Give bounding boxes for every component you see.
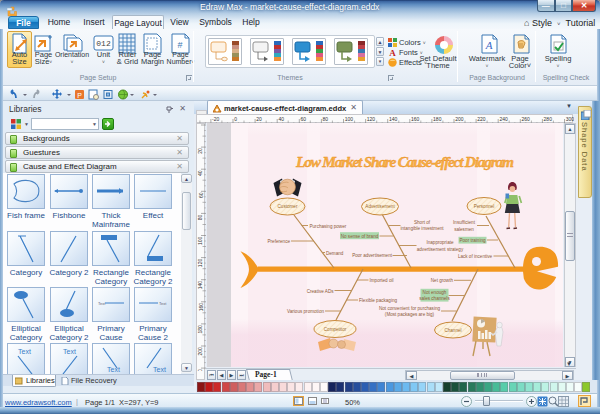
svg-text:Poor advertisement: Poor advertisement	[352, 253, 393, 258]
svg-text:Demand: Demand	[326, 251, 344, 256]
svg-text:A: A	[389, 48, 396, 57]
svg-text:Inappropriate: Inappropriate	[426, 240, 454, 245]
svg-text:260: 260	[522, 116, 531, 122]
svg-text:Poor training: Poor training	[459, 238, 485, 243]
svg-text:A: A	[485, 39, 493, 51]
svg-text:Text: Text	[153, 366, 166, 373]
svg-text:100: 100	[198, 236, 204, 245]
svg-text:#: #	[177, 40, 182, 50]
svg-text:Text: Text	[159, 301, 167, 306]
svg-text:0: 0	[234, 116, 237, 122]
svg-text:40: 40	[198, 170, 204, 176]
svg-text:60: 60	[198, 192, 204, 198]
svg-text:20: 20	[198, 148, 204, 154]
svg-text:Text: Text	[98, 301, 106, 306]
svg-text:sales channels: sales channels	[419, 296, 450, 301]
svg-text:Text: Text	[18, 348, 31, 355]
svg-text:280: 280	[544, 116, 553, 122]
svg-text:Low Market Share Cause-effect: Low Market Share Cause-effect Diagram	[295, 153, 514, 170]
svg-text:20: 20	[256, 116, 262, 122]
svg-text:140: 140	[198, 281, 204, 290]
svg-text:Text: Text	[63, 348, 76, 355]
svg-text:160: 160	[411, 116, 420, 122]
svg-text:180: 180	[433, 116, 442, 122]
svg-text:80: 80	[323, 116, 329, 122]
svg-text:Creative ADs: Creative ADs	[307, 289, 335, 294]
svg-text:Various promotion: Various promotion	[287, 309, 324, 314]
svg-text:Advertisement: Advertisement	[365, 204, 395, 209]
svg-text:40: 40	[278, 116, 284, 122]
svg-text:200: 200	[455, 116, 464, 122]
svg-text:240: 240	[499, 116, 508, 122]
svg-text:Customer: Customer	[278, 204, 298, 209]
svg-text:60: 60	[301, 116, 307, 122]
svg-text:80: 80	[198, 214, 204, 220]
svg-text:300: 300	[566, 116, 574, 122]
svg-text:intangible investment: intangible investment	[400, 226, 444, 231]
svg-text:Preference: Preference	[268, 239, 291, 244]
svg-text:Purchasing power: Purchasing power	[310, 224, 347, 229]
svg-text:180: 180	[198, 325, 204, 334]
svg-text:Lack of incentive: Lack of incentive	[458, 254, 493, 259]
svg-text:Channel: Channel	[444, 328, 461, 333]
svg-text:(Most packages are big): (Most packages are big)	[385, 312, 435, 317]
svg-text:Personnel: Personnel	[474, 204, 495, 209]
svg-text:220: 220	[477, 116, 486, 122]
svg-text:salesmen: salesmen	[454, 227, 474, 232]
svg-text:Short of: Short of	[414, 220, 431, 225]
svg-text:advertisement strategy: advertisement strategy	[417, 247, 464, 252]
svg-text:Competitor: Competitor	[324, 327, 347, 332]
svg-text:Imported oil: Imported oil	[370, 278, 394, 283]
svg-text:120: 120	[367, 116, 376, 122]
svg-text:200: 200	[198, 347, 204, 356]
svg-text:No sense of brand: No sense of brand	[341, 234, 379, 239]
svg-text:220: 220	[198, 369, 204, 371]
svg-text:Text: Text	[107, 366, 120, 373]
svg-text:Insufficient: Insufficient	[453, 220, 476, 225]
svg-text:Not enough: Not enough	[423, 290, 447, 295]
svg-text:100: 100	[345, 116, 354, 122]
svg-text:160: 160	[198, 303, 204, 312]
svg-text:Not convenient for purchasing: Not convenient for purchasing	[379, 306, 440, 311]
svg-text:120: 120	[198, 259, 204, 268]
svg-text:140: 140	[389, 116, 398, 122]
svg-text:Net growth: Net growth	[431, 278, 454, 283]
svg-text:-20: -20	[212, 116, 219, 122]
svg-text:Flexible packaging: Flexible packaging	[359, 298, 397, 303]
svg-text:P: P	[77, 92, 82, 99]
svg-text:012: 012	[96, 39, 111, 48]
